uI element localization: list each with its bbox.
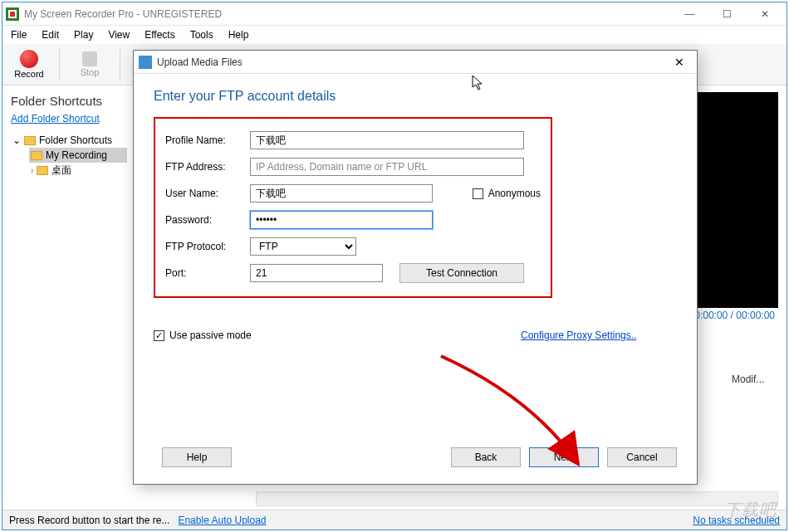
annotation-arrow [433, 348, 599, 489]
menu-edit[interactable]: Edit [42, 29, 59, 41]
window-title: My Screen Recorder Pro - UNREGISTERED [24, 8, 222, 20]
menu-play[interactable]: Play [74, 29, 93, 41]
record-label: Record [14, 69, 43, 79]
dialog-title: Upload Media Files [157, 56, 243, 68]
stop-button[interactable]: Stop [70, 51, 110, 77]
help-button[interactable]: Help [162, 447, 232, 467]
folder-icon [37, 166, 48, 175]
left-heading: Folder Shortcuts [11, 94, 127, 108]
profile-name-input[interactable] [250, 131, 524, 149]
ftp-address-input[interactable] [250, 158, 524, 176]
tree-item-label: 桌面 [51, 164, 71, 178]
dialog-footer: Help Back Next Cancel [154, 447, 677, 467]
maximize-button[interactable]: ☐ [708, 2, 746, 26]
label-address: FTP Address: [165, 161, 250, 173]
folder-tree[interactable]: ⌄ Folder Shortcuts My Recording › 桌面 [11, 133, 127, 178]
test-connection-button[interactable]: Test Connection [399, 263, 524, 283]
menu-view[interactable]: View [108, 29, 130, 41]
dialog-close-button[interactable]: ✕ [667, 56, 692, 69]
label-password: Password: [165, 214, 250, 226]
collapse-icon[interactable]: ⌄ [12, 134, 21, 146]
tree-item-desktop[interactable]: › 桌面 [29, 163, 127, 178]
tree-item-my-recording[interactable]: My Recording [29, 148, 127, 163]
menu-help[interactable]: Help [228, 29, 249, 41]
port-input[interactable] [250, 264, 383, 282]
menu-bar: File Edit Play View Effects Tools Help [2, 26, 787, 44]
folder-icon [31, 151, 42, 160]
column-modified[interactable]: Modif... [732, 373, 782, 390]
passive-label: Use passive mode [169, 329, 252, 341]
anonymous-checkbox[interactable]: Anonymous [473, 188, 541, 199]
menu-effects[interactable]: Effects [145, 29, 174, 41]
svg-rect-2 [10, 12, 15, 17]
dialog-titlebar: Upload Media Files ✕ [134, 51, 697, 74]
minimize-button[interactable]: ― [671, 2, 708, 26]
close-button[interactable]: ✕ [746, 2, 783, 26]
anonymous-label: Anonymous [488, 188, 541, 199]
dialog-icon [139, 56, 152, 69]
enable-auto-upload-link[interactable]: Enable Auto Upload [178, 515, 266, 526]
ftp-protocol-select[interactable]: FTP [250, 237, 356, 256]
user-name-input[interactable] [250, 184, 433, 203]
tree-root-label: Folder Shortcuts [39, 134, 112, 146]
label-user: User Name: [165, 188, 250, 199]
time-total: 00:00:00 [736, 310, 775, 321]
password-input[interactable] [250, 211, 433, 229]
time-display: 00:00:00 / 00:00:00 [689, 310, 775, 321]
back-button[interactable]: Back [451, 447, 521, 467]
label-port: Port: [165, 267, 250, 279]
checkbox-icon: ✓ [154, 330, 164, 341]
upload-dialog: Upload Media Files ✕ Enter your FTP acco… [133, 50, 698, 485]
ftp-form-highlight: Profile Name: FTP Address: User Name: An… [154, 117, 552, 298]
no-tasks-link[interactable]: No tasks scheduled [693, 515, 780, 526]
next-button[interactable]: Next [529, 447, 599, 467]
left-panel: Folder Shortcuts Add Folder Shortcut ⌄ F… [2, 85, 135, 508]
checkbox-icon [473, 188, 483, 199]
title-bar: My Screen Recorder Pro - UNREGISTERED ― … [2, 2, 787, 26]
passive-mode-checkbox[interactable]: ✓ Use passive mode [154, 329, 252, 341]
label-protocol: FTP Protocol: [165, 241, 250, 252]
configure-proxy-link[interactable]: Configure Proxy Settings.. [521, 329, 636, 341]
horizontal-scrollbar[interactable] [256, 491, 778, 506]
expand-icon[interactable]: › [31, 166, 33, 175]
status-bar: Press Record button to start the re... E… [2, 510, 787, 530]
video-preview [689, 92, 778, 308]
tree-root[interactable]: ⌄ Folder Shortcuts [11, 133, 127, 148]
cancel-button[interactable]: Cancel [607, 447, 677, 467]
add-folder-shortcut-link[interactable]: Add Folder Shortcut [11, 113, 100, 124]
menu-file[interactable]: File [11, 29, 27, 41]
stop-icon [82, 51, 97, 66]
stop-label: Stop [81, 67, 100, 77]
folder-icon [24, 136, 36, 145]
app-icon [6, 7, 19, 21]
dialog-heading: Enter your FTP account details [154, 89, 677, 104]
record-icon [20, 50, 38, 68]
menu-tools[interactable]: Tools [190, 29, 213, 41]
label-profile: Profile Name: [165, 134, 250, 146]
tree-item-label: My Recording [46, 149, 107, 161]
record-button[interactable]: Record [9, 50, 49, 79]
status-text: Press Record button to start the re... [9, 515, 169, 526]
